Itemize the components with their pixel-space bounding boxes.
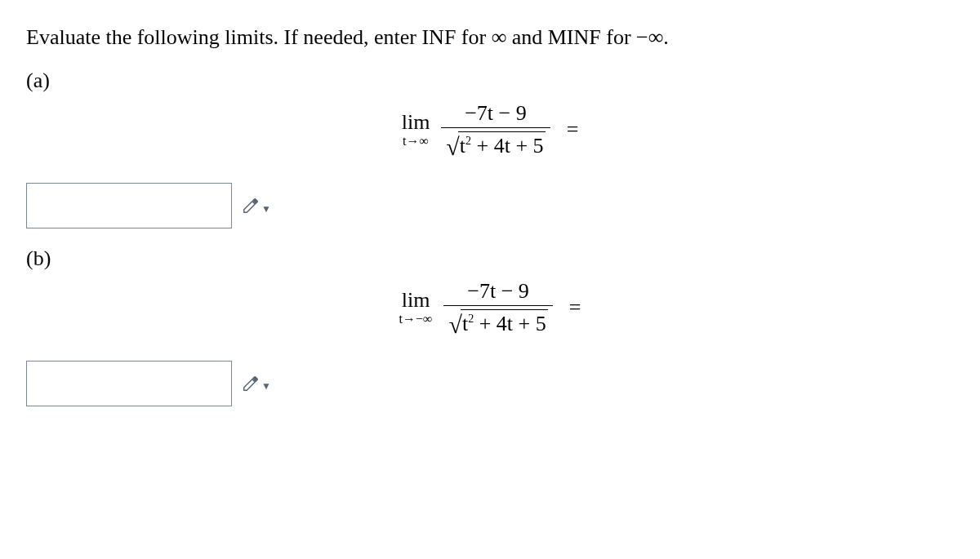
pencil-icon xyxy=(242,375,260,393)
equation-a: lim t→∞ −7t − 9 √ t2 + 4t + 5 = xyxy=(26,101,954,158)
equation-editor-button-a[interactable]: ▼ xyxy=(242,197,271,215)
chevron-down-icon: ▼ xyxy=(261,203,271,215)
equals-sign-a: = xyxy=(567,118,579,142)
den-rest: + 4t + 5 xyxy=(471,134,544,157)
lim-text: lim xyxy=(402,112,430,133)
answer-row-a: ▼ xyxy=(26,183,954,228)
fraction-b: −7t − 9 √ t2 + 4t + 5 xyxy=(443,279,552,336)
lim-subscript: t→−∞ xyxy=(399,313,433,326)
chevron-down-icon: ▼ xyxy=(261,380,271,393)
lim-subscript: t→∞ xyxy=(403,135,429,148)
den-exp: 2 xyxy=(466,135,471,148)
limit-operator-a: lim t→∞ xyxy=(402,112,430,148)
part-a-label: (a) xyxy=(26,69,954,93)
numerator-b: −7t − 9 xyxy=(462,279,534,305)
den-var: t xyxy=(460,134,466,157)
sqrt-content-b: t2 + 4t + 5 xyxy=(461,309,548,336)
answer-input-b[interactable] xyxy=(26,361,232,406)
part-b-label: (b) xyxy=(26,246,954,271)
denominator-b: √ t2 + 4t + 5 xyxy=(443,305,552,336)
equals-sign-b: = xyxy=(569,295,581,320)
answer-row-b: ▼ xyxy=(26,361,954,406)
fraction-a: −7t − 9 √ t2 + 4t + 5 xyxy=(441,101,550,158)
sqrt-content-a: t2 + 4t + 5 xyxy=(458,131,546,158)
answer-input-a[interactable] xyxy=(26,183,232,228)
numerator-a: −7t − 9 xyxy=(460,101,532,127)
equation-b: lim t→−∞ −7t − 9 √ t2 + 4t + 5 = xyxy=(26,279,954,336)
equation-editor-button-b[interactable]: ▼ xyxy=(242,375,271,393)
sqrt-icon: √ xyxy=(446,135,459,162)
instruction-text: Evaluate the following limits. If needed… xyxy=(26,23,954,52)
sqrt-icon: √ xyxy=(448,313,461,339)
denominator-a: √ t2 + 4t + 5 xyxy=(441,127,550,158)
den-rest: + 4t + 5 xyxy=(474,312,546,335)
lim-text: lim xyxy=(402,290,430,311)
limit-operator-b: lim t→−∞ xyxy=(399,290,433,326)
pencil-icon xyxy=(242,197,260,215)
